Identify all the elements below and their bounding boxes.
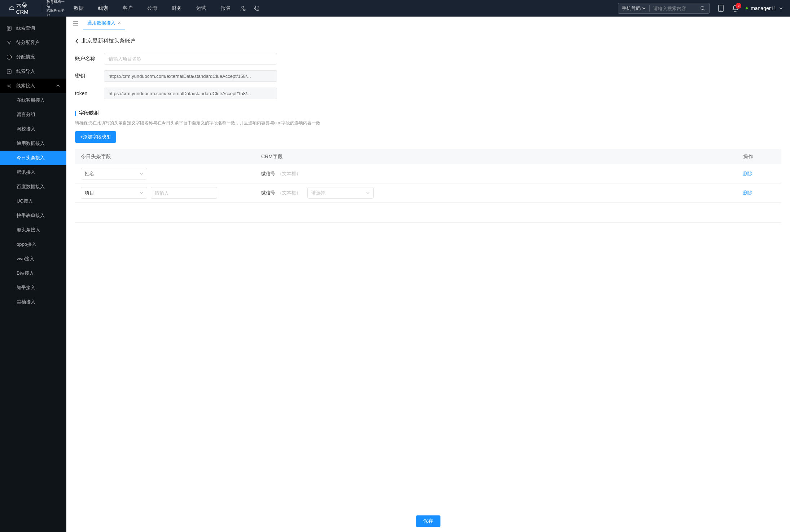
- collapse-sidebar-button[interactable]: [69, 21, 82, 26]
- top-nav-item-2[interactable]: 客户: [123, 5, 133, 12]
- add-field-mapping-button[interactable]: +添加字段映射: [75, 131, 116, 143]
- page-title: 北京昱新科技头条账户: [82, 37, 136, 44]
- svg-point-9: [10, 87, 11, 88]
- secret-label: 密钥: [75, 73, 104, 79]
- tab-0[interactable]: 通用数据接入✕: [83, 17, 125, 30]
- crm-field-label: 微信号: [261, 190, 275, 196]
- sidebar-icon: [6, 54, 12, 60]
- sidebar-icon: [6, 69, 12, 74]
- back-button[interactable]: [75, 38, 79, 44]
- top-nav-item-6[interactable]: 报名: [221, 5, 231, 12]
- sidebar-subitem-4-7[interactable]: UC接入: [0, 194, 66, 208]
- sidebar-subitem-4-13[interactable]: 知乎接入: [0, 280, 66, 295]
- top-nav-item-4[interactable]: 财务: [172, 5, 182, 12]
- top-header: 云朵CRM 教育机构一站 式服务云平台 数据线索客户公海财务运营报名 手机号码: [0, 0, 790, 17]
- sidebar-subitem-4-10[interactable]: oppo接入: [0, 237, 66, 252]
- svg-rect-6: [7, 69, 11, 73]
- tab-bar: 通用数据接入✕: [66, 17, 790, 30]
- sidebar-subitem-4-14[interactable]: 美柚接入: [0, 295, 66, 309]
- top-nav: 数据线索客户公海财务运营报名: [74, 5, 231, 12]
- notifications-button[interactable]: 5: [732, 5, 738, 12]
- table-row: 项目微信号（文本框）请选择删除: [75, 183, 781, 203]
- tab-close-button[interactable]: ✕: [118, 21, 121, 25]
- sidebar-icon: [6, 26, 12, 31]
- chevron-down-icon: [140, 192, 143, 194]
- search-icon: [700, 6, 706, 11]
- top-nav-item-0[interactable]: 数据: [74, 5, 84, 12]
- chevron-down-icon: [140, 173, 143, 175]
- sidebar-subitem-4-3[interactable]: 通用数据接入: [0, 136, 66, 151]
- secret-input[interactable]: [104, 70, 277, 82]
- user-menu[interactable]: manager11: [746, 5, 783, 11]
- sidebar-subitem-4-11[interactable]: vivo接入: [0, 252, 66, 266]
- mobile-icon[interactable]: [718, 5, 724, 12]
- delete-row-button[interactable]: 删除: [743, 170, 752, 177]
- sidebar-subitem-4-5[interactable]: 腾讯接入: [0, 165, 66, 179]
- sidebar-subitem-4-9[interactable]: 趣头条接入: [0, 223, 66, 237]
- user-add-icon[interactable]: [240, 5, 246, 12]
- search-area: 手机号码: [618, 3, 710, 14]
- account-name-input[interactable]: [104, 53, 277, 65]
- crm-field-label: 微信号: [261, 170, 275, 177]
- chevron-left-icon: [75, 38, 79, 44]
- table-row: 姓名微信号（文本框）删除: [75, 164, 781, 183]
- notification-badge: 5: [736, 3, 741, 9]
- mapping-table: 今日头条字段 CRM字段 操作 姓名微信号（文本框）删除项目微信号（文本框）请选…: [75, 149, 781, 223]
- content: 北京昱新科技头条账户 账户名称 密钥 token 字段映射 请确保您在此填写的头…: [66, 30, 790, 532]
- th-crm-field: CRM字段: [261, 154, 743, 160]
- sidebar-item-4[interactable]: 线索接入: [0, 79, 66, 93]
- username: manager11: [751, 5, 776, 11]
- form-row-token: token: [75, 88, 781, 99]
- sidebar-subitem-4-2[interactable]: 网校接入: [0, 122, 66, 136]
- top-nav-item-3[interactable]: 公海: [147, 5, 157, 12]
- svg-point-2: [701, 6, 704, 9]
- sidebar-subitem-4-6[interactable]: 百度数据接入: [0, 179, 66, 194]
- top-nav-item-5[interactable]: 运营: [196, 5, 206, 12]
- search-button[interactable]: [697, 6, 709, 11]
- page-header: 北京昱新科技头条账户: [75, 37, 781, 44]
- top-nav-icons: [240, 5, 260, 12]
- sidebar-icon: [6, 40, 12, 45]
- token-label: token: [75, 90, 104, 96]
- crm-field-select[interactable]: 请选择: [307, 187, 374, 199]
- crm-field-hint: （文本框）: [277, 170, 301, 177]
- table-head: 今日头条字段 CRM字段 操作: [75, 149, 781, 164]
- top-nav-item-1[interactable]: 线索: [98, 5, 108, 12]
- logo-separator: [42, 4, 42, 13]
- logo-brand: 云朵CRM: [9, 2, 38, 15]
- sidebar-item-3[interactable]: 线索导入: [0, 64, 66, 79]
- phone-icon[interactable]: [253, 5, 260, 12]
- sidebar-subitem-4-0[interactable]: 在线客服接入: [0, 93, 66, 107]
- svg-point-0: [242, 6, 244, 8]
- chevron-down-icon: [366, 192, 370, 194]
- search-type-select[interactable]: 手机号码: [618, 5, 650, 12]
- search-input[interactable]: [650, 6, 697, 11]
- sidebar-icon: [6, 83, 12, 89]
- form-row-account: 账户名称: [75, 53, 781, 65]
- table-empty-row: [75, 203, 781, 223]
- field-mapping-section: 字段映射 请确保您在此填写的头条自定义字段名称与在今日头条平台中自定义的字段名称…: [75, 110, 781, 223]
- toutiao-field-select[interactable]: 项目: [81, 187, 147, 199]
- svg-point-8: [10, 84, 11, 85]
- sidebar-item-1[interactable]: 待分配客户: [0, 35, 66, 50]
- toutiao-field-input[interactable]: [151, 187, 217, 199]
- section-title: 字段映射: [75, 110, 781, 116]
- th-toutiao-field: 今日头条字段: [81, 154, 261, 160]
- token-input[interactable]: [104, 88, 277, 99]
- section-bar: [75, 111, 76, 116]
- save-button[interactable]: 保存: [416, 515, 440, 527]
- status-indicator: [746, 7, 748, 9]
- sidebar: 线索查询待分配客户分配情况线索导入线索接入在线客服接入留言分组网校接入通用数据接…: [0, 17, 66, 532]
- toutiao-field-select[interactable]: 姓名: [81, 168, 147, 179]
- sidebar-subitem-4-4[interactable]: 今日头条接入: [0, 151, 66, 165]
- sidebar-item-2[interactable]: 分配情况: [0, 50, 66, 64]
- top-right-icons: 5: [718, 5, 738, 12]
- delete-row-button[interactable]: 删除: [743, 190, 752, 196]
- sidebar-subitem-4-12[interactable]: B站接入: [0, 266, 66, 280]
- sidebar-subitem-4-1[interactable]: 留言分组: [0, 107, 66, 122]
- sidebar-item-0[interactable]: 线索查询: [0, 21, 66, 35]
- form-row-secret: 密钥: [75, 70, 781, 82]
- section-description: 请确保您在此填写的头条自定义字段名称与在今日头条平台中自定义的字段名称一致，并且…: [75, 120, 781, 126]
- th-action: 操作: [743, 154, 776, 160]
- sidebar-subitem-4-8[interactable]: 快手表单接入: [0, 208, 66, 223]
